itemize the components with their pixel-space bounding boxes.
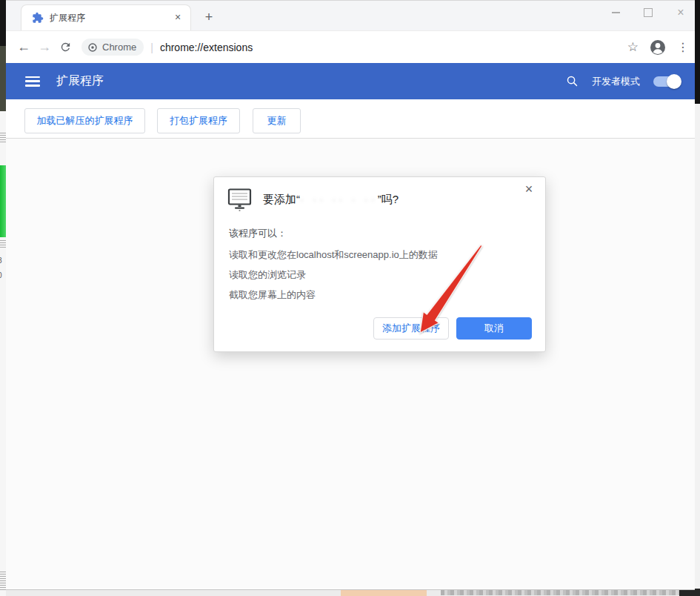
extension-puzzle-icon <box>32 12 44 24</box>
tab-title: 扩展程序 <box>50 12 171 24</box>
background-dark-block <box>695 0 700 104</box>
background-texture <box>0 571 6 590</box>
background-partial-text: 0 <box>0 272 6 279</box>
address-bar[interactable]: Chrome | chrome://extensions <box>81 36 621 59</box>
extensions-page-header: 扩展程序 开发者模式 <box>6 63 695 99</box>
permission-item: 读取和更改您在localhost和screenapp.io上的数据 <box>229 250 530 259</box>
site-info-label: Chrome <box>102 42 136 53</box>
dialog-footer: 添加扩展程序 取消 <box>373 317 532 340</box>
dialog-body: 该程序可以： 读取和更改您在localhost和screenapp.io上的数据… <box>214 212 545 299</box>
developer-mode-label: 开发者模式 <box>592 75 640 88</box>
browser-menu-icon[interactable]: ⋮ <box>677 40 686 54</box>
cancel-button[interactable]: 取消 <box>456 317 532 340</box>
background-dark-block <box>0 46 6 111</box>
background-beige-block <box>341 589 427 596</box>
url-separator: | <box>150 42 153 53</box>
profile-avatar-icon[interactable] <box>649 39 667 56</box>
dialog-title-prefix: 要添加“ <box>263 193 300 205</box>
background-right-window-edge <box>695 0 700 596</box>
developer-mode-toggle[interactable] <box>653 76 680 87</box>
screen-monitor-icon <box>227 188 253 212</box>
permission-item: 截取您屏幕上的内容 <box>229 290 530 299</box>
dialog-title: 要添加“· ·· ·· · ··”吗? <box>263 193 399 207</box>
forward-icon[interactable]: → <box>34 37 55 58</box>
load-unpacked-button[interactable]: 加载已解压的扩展程序 <box>24 108 145 133</box>
tab-close-icon[interactable]: × <box>171 11 184 24</box>
background-texture <box>0 131 6 142</box>
url-text[interactable]: chrome://extensions <box>160 42 253 53</box>
reload-icon[interactable] <box>55 37 76 58</box>
minimize-icon[interactable] <box>607 4 624 21</box>
site-info-icon <box>87 42 98 53</box>
add-extension-dialog: × 要添加“· ·· ·· · ··”吗? 该程序可以： 读取和更改您在loca <box>213 176 546 352</box>
dialog-header: 要添加“· ·· ·· · ··”吗? <box>214 177 545 212</box>
window-close-icon[interactable]: × <box>673 4 689 21</box>
add-extension-button[interactable]: 添加扩展程序 <box>373 317 449 340</box>
hamburger-menu-icon[interactable] <box>25 76 40 87</box>
tab-strip: 扩展程序 × + × <box>6 1 695 30</box>
browser-toolbar: ← → Chrome | chrome://extensions ☆ ⋮ <box>6 30 695 63</box>
bookmark-star-icon[interactable]: ☆ <box>627 39 639 55</box>
back-icon[interactable]: ← <box>13 37 34 58</box>
update-button[interactable]: 更新 <box>253 108 301 133</box>
maximize-icon[interactable] <box>640 4 656 21</box>
extensions-actions-row: 加载已解压的扩展程序 打包扩展程序 更新 <box>6 99 695 139</box>
pack-extension-button[interactable]: 打包扩展程序 <box>157 108 240 133</box>
background-dark-block <box>0 0 6 46</box>
extensions-content-area: × 要添加“· ·· ·· · ··”吗? 该程序可以： 读取和更改您在loca <box>6 139 695 589</box>
dialog-title-suffix: ”吗? <box>378 193 399 205</box>
dialog-permissions-intro: 该程序可以： <box>229 227 530 240</box>
dialog-title-redacted-name: · ·· ·· · ·· <box>300 193 378 205</box>
background-green-block <box>0 165 6 237</box>
new-tab-button[interactable]: + <box>200 9 218 27</box>
background-texture <box>0 239 6 248</box>
search-icon[interactable] <box>566 75 579 87</box>
header-right-cluster: 开发者模式 <box>566 75 680 88</box>
tab-extensions[interactable]: 扩展程序 × <box>21 4 191 30</box>
background-texture <box>441 590 681 595</box>
window-controls: × <box>607 4 689 21</box>
page-title: 扩展程序 <box>56 73 566 89</box>
toolbar-right: ☆ ⋮ <box>627 39 686 56</box>
background-partial-text: 8 <box>0 257 6 265</box>
browser-window: 扩展程序 × + × ← → Chrome | chrome://extensi… <box>6 0 695 590</box>
site-info-chip[interactable]: Chrome <box>81 39 144 56</box>
permission-item: 读取您的浏览记录 <box>229 270 530 279</box>
dialog-close-icon[interactable]: × <box>521 182 536 196</box>
